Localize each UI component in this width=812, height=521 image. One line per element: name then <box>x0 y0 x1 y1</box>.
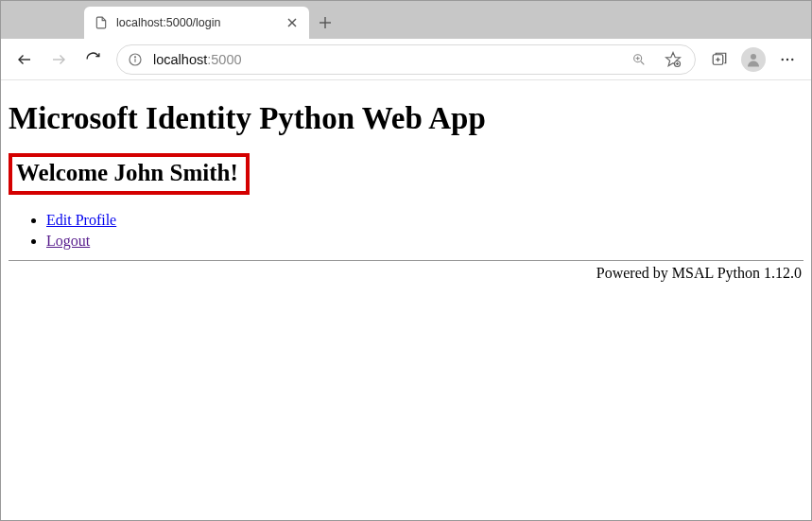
tab-strip: localhost:5000/login <box>1 1 811 39</box>
tab-title: localhost:5000/login <box>116 16 277 29</box>
back-button[interactable] <box>9 43 41 76</box>
refresh-button[interactable] <box>77 43 109 76</box>
list-item: Edit Profile <box>46 210 803 231</box>
svg-point-8 <box>134 56 135 57</box>
profile-avatar[interactable] <box>737 43 769 76</box>
footer-text: Powered by MSAL Python 1.12.0 <box>9 265 803 282</box>
nav-link-list: Edit Profile Logout <box>9 210 803 251</box>
svg-point-21 <box>782 58 784 60</box>
svg-line-10 <box>641 61 644 64</box>
new-tab-button[interactable] <box>309 7 341 39</box>
url-host: localhost <box>153 52 207 67</box>
svg-point-22 <box>786 58 788 60</box>
close-tab-icon[interactable] <box>285 15 300 30</box>
welcome-highlight: Welcome John Smith! <box>9 153 250 195</box>
logout-link[interactable]: Logout <box>46 233 90 249</box>
favorite-icon[interactable] <box>661 47 685 72</box>
zoom-icon[interactable] <box>627 47 651 72</box>
more-menu-icon[interactable] <box>771 43 803 76</box>
page-content: Microsoft Identity Python Web App Welcom… <box>1 80 811 289</box>
browser-toolbar: localhost:5000 <box>1 39 811 80</box>
svg-point-20 <box>751 54 756 60</box>
edit-profile-link[interactable]: Edit Profile <box>46 212 116 228</box>
page-title: Microsoft Identity Python Web App <box>9 101 803 136</box>
address-url: localhost:5000 <box>153 52 242 67</box>
welcome-heading: Welcome John Smith! <box>16 160 238 186</box>
site-info-icon[interactable] <box>127 51 144 68</box>
browser-tab[interactable]: localhost:5000/login <box>84 7 309 39</box>
divider <box>9 260 803 261</box>
svg-point-23 <box>791 58 793 60</box>
forward-button[interactable] <box>43 43 75 76</box>
avatar-icon <box>741 47 766 72</box>
address-bar[interactable]: localhost:5000 <box>116 44 696 75</box>
url-rest: :5000 <box>207 52 241 67</box>
collections-icon[interactable] <box>703 43 735 76</box>
list-item: Logout <box>46 231 803 252</box>
page-icon <box>94 15 109 30</box>
